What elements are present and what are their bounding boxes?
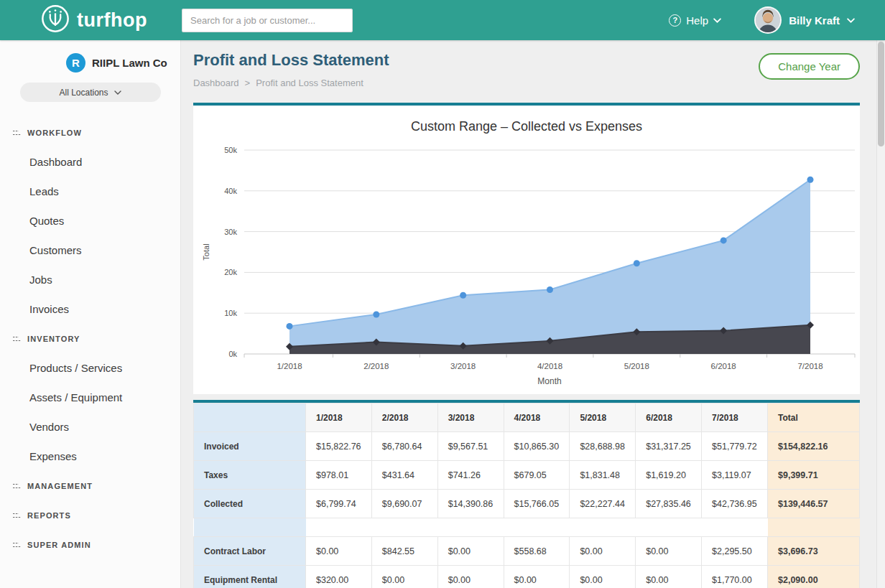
cell-value: $679.05 <box>504 461 570 490</box>
chevron-down-icon <box>114 90 121 95</box>
chevron-down-icon <box>713 18 721 23</box>
cell-value: $0.00 <box>437 566 504 588</box>
nav-section-super-admin[interactable]: SUPER ADMIN <box>0 530 180 559</box>
nav-section-management[interactable]: MANAGEMENT <box>0 471 180 500</box>
column-header-3-2018: 3/2018 <box>437 403 504 432</box>
cell-value: $9,690.07 <box>371 490 437 518</box>
cell-value: $978.01 <box>306 461 372 490</box>
nav-section-reports[interactable]: REPORTS <box>0 500 180 530</box>
cell-value: $9,567.51 <box>437 432 504 461</box>
cell-value: $2,295.50 <box>702 537 768 566</box>
column-header-5-2018: 5/2018 <box>570 403 636 432</box>
avatar <box>754 6 782 34</box>
pl-table-card: 1/20182/20183/20184/20185/20186/20187/20… <box>193 400 860 588</box>
cell-value: $0.00 <box>570 566 636 588</box>
pl-table: 1/20182/20183/20184/20185/20186/20187/20… <box>193 403 860 588</box>
cell-value: $741.26 <box>437 461 504 490</box>
pl-chart: 0k10k20k30k40k50k1/20182/20183/20184/201… <box>193 106 860 394</box>
row-total: $9,399.71 <box>768 461 860 490</box>
breadcrumb-current: Profit and Loss Statement <box>256 78 363 88</box>
tree-dashes-icon <box>12 129 22 137</box>
cell-value: $842.55 <box>371 537 437 566</box>
column-header-2-2018: 2/2018 <box>371 403 437 432</box>
location-filter-label: All Locations <box>59 88 108 98</box>
help-icon: ? <box>669 14 681 27</box>
sidebar-item-expenses[interactable]: Expenses <box>0 442 180 471</box>
cell-value: $1,770.00 <box>702 566 768 588</box>
sidebar: R RIIPL Lawn Co All Locations WORKFLOWDa… <box>0 40 181 588</box>
search-input[interactable] <box>182 9 353 32</box>
tree-dashes-icon <box>12 335 22 343</box>
sidebar-item-vendors[interactable]: Vendors <box>0 412 180 442</box>
user-menu[interactable]: Billy Kraft <box>754 6 855 34</box>
svg-text:2/2018: 2/2018 <box>363 362 389 370</box>
topbar: turfhop ? Help Billy Kraft <box>0 0 885 40</box>
nav-section-inventory[interactable]: INVENTORY <box>0 324 180 353</box>
row-label: Taxes <box>194 461 306 490</box>
search-box <box>182 9 353 32</box>
page-scrollbar[interactable] <box>876 40 885 588</box>
chart-title: Custom Range – Collected vs Expenses <box>411 119 642 134</box>
company-name: RIIPL Lawn Co <box>92 57 167 69</box>
svg-text:10k: 10k <box>224 309 237 317</box>
sidebar-item-assets-equipment[interactable]: Assets / Equipment <box>0 383 180 412</box>
column-header-6-2018: 6/2018 <box>636 403 702 432</box>
cell-value: $0.00 <box>636 537 702 566</box>
row-total: $139,446.57 <box>768 490 860 518</box>
sidebar-item-dashboard[interactable]: Dashboard <box>0 147 180 177</box>
row-label: Equipment Rental <box>194 566 306 588</box>
change-year-button[interactable]: Change Year <box>759 53 860 80</box>
brand[interactable]: turfhop <box>0 4 181 37</box>
table-row-equipment-rental: Equipment Rental$320.00$0.00$0.00$0.00$0… <box>194 566 860 588</box>
chevron-down-icon <box>847 18 855 23</box>
cell-value: $558.68 <box>504 537 570 566</box>
scrollbar-thumb[interactable] <box>878 42 884 146</box>
cell-value: $28,688.98 <box>570 432 636 461</box>
main: Profit and Loss Statement Dashboard>Prof… <box>181 40 876 588</box>
nav-section-label: WORKFLOW <box>27 129 82 137</box>
cell-value: $431.64 <box>371 461 437 490</box>
cell-value: $0.00 <box>437 537 504 566</box>
cell-value: $1,619.20 <box>636 461 702 490</box>
column-header-1-2018: 1/2018 <box>306 403 372 432</box>
breadcrumb: Dashboard>Profit and Loss Statement <box>193 78 389 88</box>
help-label: Help <box>686 14 708 27</box>
row-label: Invoiced <box>194 432 306 461</box>
cell-value: $14,390.86 <box>437 490 504 518</box>
cell-value: $1,831.48 <box>570 461 636 490</box>
svg-text:0k: 0k <box>228 350 237 358</box>
y-axis-label: Total <box>202 243 210 260</box>
page-title: Profit and Loss Statement <box>193 51 389 70</box>
turfhop-logo-icon <box>40 4 70 37</box>
nav-section-workflow[interactable]: WORKFLOW <box>0 118 180 147</box>
location-filter[interactable]: All Locations <box>20 83 161 102</box>
sidebar-item-products-services[interactable]: Products / Services <box>0 353 180 383</box>
row-total: $154,822.16 <box>768 432 860 461</box>
breadcrumb-separator: > <box>245 78 251 88</box>
cell-value: $0.00 <box>371 566 437 588</box>
sidebar-item-leads[interactable]: Leads <box>0 177 180 206</box>
column-header-total: Total <box>768 403 860 432</box>
cell-value: $22,227.44 <box>570 490 636 518</box>
cell-value: $15,766.05 <box>504 490 570 518</box>
cell-value: $0.00 <box>636 566 702 588</box>
sidebar-item-customers[interactable]: Customers <box>0 235 180 265</box>
help-menu[interactable]: ? Help <box>669 14 721 27</box>
nav-section-label: REPORTS <box>27 511 71 520</box>
row-total: $2,090.00 <box>768 566 860 588</box>
svg-text:4/2018: 4/2018 <box>537 362 562 370</box>
cell-value: $6,780.64 <box>371 432 437 461</box>
svg-text:20k: 20k <box>224 268 237 276</box>
cell-value: $3,119.07 <box>702 461 768 490</box>
tree-dashes-icon <box>12 482 22 490</box>
sidebar-item-quotes[interactable]: Quotes <box>0 206 180 235</box>
svg-text:7/2018: 7/2018 <box>797 362 823 370</box>
row-total: $3,696.73 <box>768 537 860 566</box>
cell-value: $31,317.25 <box>636 432 702 461</box>
breadcrumb-link-dashboard[interactable]: Dashboard <box>193 78 239 88</box>
sidebar-item-jobs[interactable]: Jobs <box>0 265 180 294</box>
sidebar-item-invoices[interactable]: Invoices <box>0 294 180 324</box>
cell-value: $0.00 <box>306 537 372 566</box>
brand-name: turfhop <box>77 9 147 32</box>
tree-dashes-icon <box>12 541 22 549</box>
